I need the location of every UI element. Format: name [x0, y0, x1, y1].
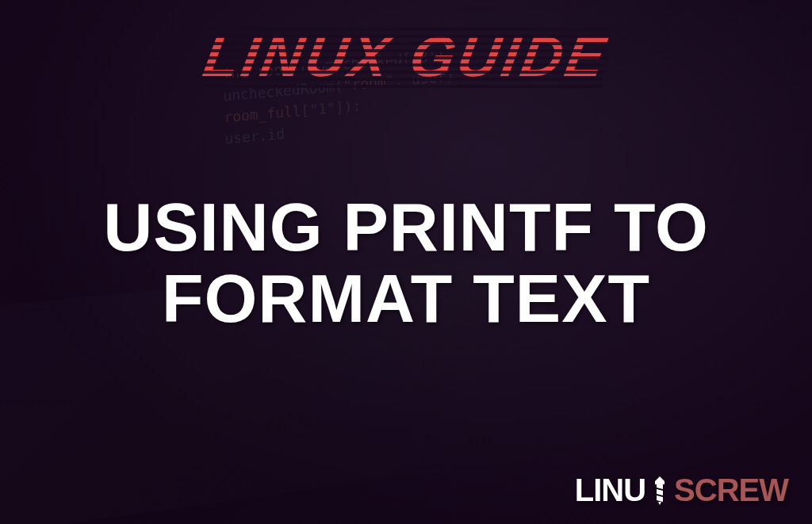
category-title-container: LINUX GUIDE	[205, 24, 607, 89]
logo-prefix: LINU	[575, 472, 645, 508]
svg-rect-0	[655, 481, 665, 484]
main-title: USING PRINTF TO FORMAT TEXT	[0, 190, 812, 334]
logo-suffix: SCREW	[674, 472, 788, 508]
main-title-line1: USING PRINTF TO	[0, 190, 812, 262]
screw-icon	[644, 475, 676, 507]
main-title-line2: FORMAT TEXT	[0, 262, 812, 334]
category-title: LINUX GUIDE	[199, 24, 613, 89]
brand-logo: LINU SCREW	[575, 472, 788, 508]
